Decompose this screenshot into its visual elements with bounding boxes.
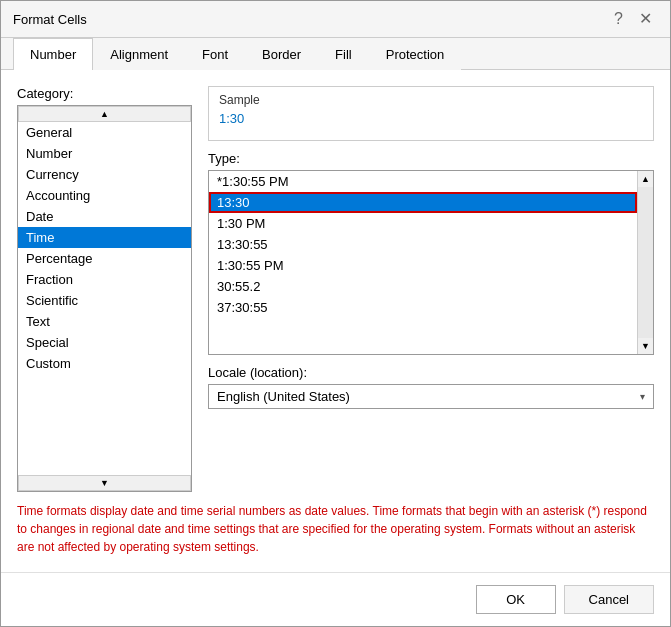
type-scroll-up[interactable]: ▲ <box>638 171 653 187</box>
list-item[interactable]: Accounting <box>18 185 191 206</box>
list-item[interactable]: Scientific <box>18 290 191 311</box>
list-item[interactable]: 37:30:55 <box>209 297 637 318</box>
locale-dropdown-icon[interactable]: ▾ <box>640 391 645 402</box>
list-item[interactable]: Currency <box>18 164 191 185</box>
list-item[interactable]: Time <box>18 227 191 248</box>
tab-number[interactable]: Number <box>13 38 93 70</box>
category-list: General Number Currency Accounting Date … <box>18 122 191 475</box>
list-item[interactable]: 13:30 <box>209 192 637 213</box>
tabs-container: Number Alignment Font Border Fill Protec… <box>1 38 670 70</box>
locale-label: Locale (location): <box>208 365 654 380</box>
category-list-container: ▲ General Number Currency Accounting Dat… <box>17 105 192 492</box>
list-item[interactable]: 13:30:55 <box>209 234 637 255</box>
list-item[interactable]: Fraction <box>18 269 191 290</box>
sample-box: Sample 1:30 <box>208 86 654 141</box>
right-panel: Sample 1:30 Type: *1:30:55 PM 13:30 1:30… <box>208 86 654 492</box>
help-button[interactable]: ? <box>608 9 629 29</box>
locale-section: Locale (location): English (United State… <box>208 365 654 409</box>
category-scroll-down[interactable]: ▼ <box>18 475 191 491</box>
type-list: *1:30:55 PM 13:30 1:30 PM 13:30:55 1:30:… <box>209 171 637 354</box>
list-item[interactable]: 1:30:55 PM <box>209 255 637 276</box>
title-bar-right: ? ✕ <box>608 9 658 29</box>
list-item[interactable]: 1:30 PM <box>209 213 637 234</box>
locale-value: English (United States) <box>217 389 640 404</box>
list-item[interactable]: Text <box>18 311 191 332</box>
info-text: Time formats display date and time seria… <box>17 502 654 556</box>
scroll-track[interactable] <box>638 187 653 338</box>
category-panel: Category: ▲ General Number Currency Acco… <box>17 86 192 492</box>
list-item[interactable]: Percentage <box>18 248 191 269</box>
type-section: Type: *1:30:55 PM 13:30 1:30 PM 13:30:55… <box>208 151 654 355</box>
tab-protection[interactable]: Protection <box>369 38 462 70</box>
tab-border[interactable]: Border <box>245 38 318 70</box>
list-item[interactable]: Special <box>18 332 191 353</box>
list-item[interactable]: Date <box>18 206 191 227</box>
footer: OK Cancel <box>1 572 670 626</box>
main-row: Category: ▲ General Number Currency Acco… <box>17 86 654 492</box>
main-content: Category: ▲ General Number Currency Acco… <box>1 70 670 572</box>
list-item[interactable]: Number <box>18 143 191 164</box>
sample-value: 1:30 <box>219 111 643 126</box>
list-item[interactable]: *1:30:55 PM <box>209 171 637 192</box>
sample-label: Sample <box>219 93 643 107</box>
title-bar: Format Cells ? ✕ <box>1 1 670 38</box>
cancel-button[interactable]: Cancel <box>564 585 654 614</box>
list-item[interactable]: General <box>18 122 191 143</box>
list-item[interactable]: 30:55.2 <box>209 276 637 297</box>
tab-alignment[interactable]: Alignment <box>93 38 185 70</box>
type-scroll-down[interactable]: ▼ <box>638 338 653 354</box>
tab-font[interactable]: Font <box>185 38 245 70</box>
format-cells-dialog: Format Cells ? ✕ Number Alignment Font B… <box>0 0 671 627</box>
close-button[interactable]: ✕ <box>633 9 658 29</box>
dialog-title: Format Cells <box>13 12 87 27</box>
locale-select[interactable]: English (United States) ▾ <box>208 384 654 409</box>
tab-fill[interactable]: Fill <box>318 38 369 70</box>
title-bar-left: Format Cells <box>13 12 87 27</box>
category-scroll-up[interactable]: ▲ <box>18 106 191 122</box>
type-list-container: *1:30:55 PM 13:30 1:30 PM 13:30:55 1:30:… <box>208 170 654 355</box>
ok-button[interactable]: OK <box>476 585 556 614</box>
type-label: Type: <box>208 151 654 166</box>
list-item[interactable]: Custom <box>18 353 191 374</box>
type-scrollbar: ▲ ▼ <box>637 171 653 354</box>
category-label: Category: <box>17 86 192 101</box>
